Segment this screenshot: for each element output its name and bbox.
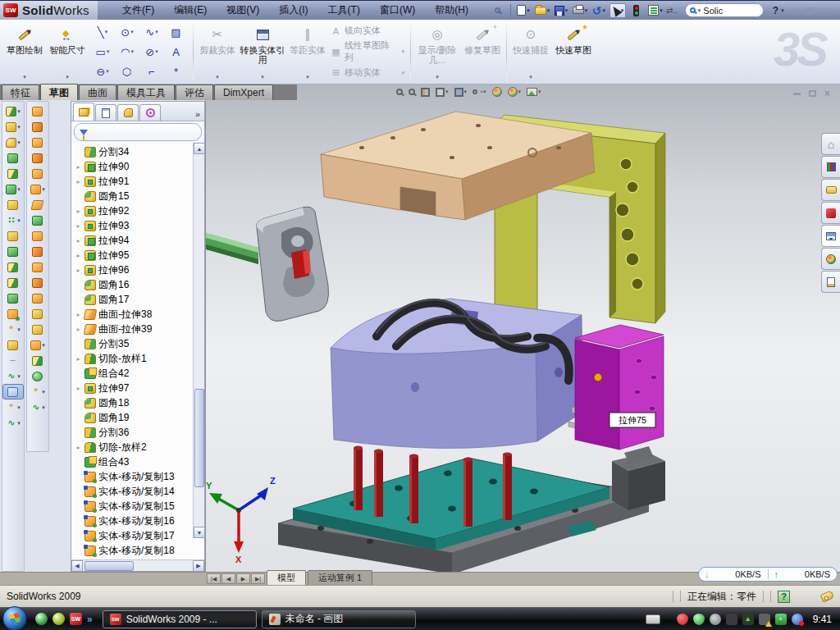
trim-entities-button[interactable]: ✂ 剪裁实体▾	[196, 21, 239, 82]
stack-tool-button[interactable]: A镜向实体	[329, 25, 408, 37]
feature-tree-item[interactable]: ▸ 拉伸96	[75, 262, 204, 277]
tab-dimxpert-manager[interactable]	[139, 104, 161, 121]
features-toolbar-button[interactable]	[2, 384, 24, 399]
next-tab-button[interactable]: ▶	[236, 573, 250, 584]
surfaces-toolbar-button[interactable]	[27, 353, 48, 368]
command-tab[interactable]: 草图	[40, 84, 78, 100]
surfaces-toolbar-button[interactable]	[27, 150, 48, 166]
sketch-entity-button[interactable]: ╲▾	[90, 22, 115, 42]
surfaces-toolbar-button[interactable]: ∿▾	[27, 399, 48, 415]
panel-overflow-chevron[interactable]: »	[193, 109, 203, 121]
tab-file-explorer[interactable]	[821, 179, 840, 201]
feature-tree-item[interactable]: ▸ 曲面-拉伸39	[75, 322, 204, 336]
features-toolbar-button[interactable]: ▾	[2, 181, 24, 197]
hide-show-items-button[interactable]: ▾	[472, 89, 486, 95]
close-button[interactable]: ×	[820, 6, 826, 16]
settings-tray-icon[interactable]	[710, 614, 721, 625]
feature-tree-item[interactable]: ▸ 拉伸94	[75, 233, 204, 248]
surfaces-toolbar-button[interactable]	[27, 166, 48, 181]
updater-tray-icon[interactable]: ▲	[742, 614, 754, 625]
feature-tree-item[interactable]: ▸ 拉伸93	[75, 218, 204, 233]
rapid-sketch-button[interactable]: ★ 快速草图	[552, 21, 595, 82]
features-toolbar-button[interactable]: *▾	[2, 399, 24, 415]
surfaces-toolbar-button[interactable]	[27, 368, 48, 384]
display-style-button[interactable]: ▾	[454, 88, 468, 97]
feature-tree-item[interactable]: ▸ 切除-放样1	[75, 351, 204, 366]
feature-tree-item[interactable]: 分割36	[75, 425, 204, 440]
sketch-entity-button[interactable]: ⊖▾	[90, 62, 115, 81]
sketch-button[interactable]: 草图绘制▾	[3, 21, 46, 82]
sketch-entity-button[interactable]: ⬡	[115, 62, 139, 81]
model-tan-plate[interactable]	[321, 112, 595, 220]
scroll-left-button[interactable]: ◀	[71, 560, 83, 572]
feature-tree-item[interactable]: 实体-移动/复制17	[75, 528, 204, 543]
taskbar-button-solidworks[interactable]: SW SolidWorks 2009 - ...	[103, 610, 257, 628]
tab-design-library[interactable]	[821, 156, 840, 178]
command-tab[interactable]: 特征	[2, 84, 39, 100]
options-button[interactable]: ▾	[647, 3, 664, 18]
doc-restore-button[interactable]	[809, 90, 816, 97]
surfaces-toolbar-button[interactable]	[27, 290, 48, 306]
surfaces-toolbar-button[interactable]: ▾	[27, 337, 48, 353]
expand-arrow-icon[interactable]: ▸	[75, 237, 82, 244]
tag-icon[interactable]	[820, 590, 835, 602]
help-button[interactable]: ?	[773, 5, 778, 16]
apply-scene-button[interactable]: ▾	[508, 87, 522, 97]
tab-solidworks-search[interactable]	[821, 202, 840, 224]
minimize-button[interactable]	[792, 9, 800, 11]
last-tab-button[interactable]: ▶|	[251, 573, 265, 584]
features-toolbar-button[interactable]	[2, 150, 24, 166]
undo-button[interactable]: ↺▾	[591, 3, 607, 18]
surfaces-toolbar-button[interactable]	[27, 197, 48, 212]
expand-arrow-icon[interactable]: ▸	[75, 163, 82, 171]
features-toolbar-button[interactable]: ∿▾	[2, 415, 24, 431]
features-toolbar-button[interactable]	[2, 290, 24, 306]
surfaces-toolbar-button[interactable]: ▾	[27, 181, 48, 197]
sketch-entity-button[interactable]: ▨	[164, 22, 189, 42]
first-tab-button[interactable]: |◀	[207, 573, 221, 584]
feature-tree-item[interactable]: 分割34	[75, 144, 204, 159]
features-toolbar-button[interactable]	[2, 337, 24, 353]
expand-arrow-icon[interactable]: ▸	[75, 326, 82, 333]
features-toolbar-button[interactable]: ╌	[2, 353, 24, 368]
search-dropdown-icon[interactable]: ▾	[698, 7, 701, 14]
feature-tree-item[interactable]: ▸ 拉伸90	[75, 159, 204, 174]
solidworks-quicklaunch-icon[interactable]: SW	[70, 613, 82, 625]
scroll-right-button[interactable]: ▶	[193, 560, 204, 572]
features-toolbar-button[interactable]: ∷▾	[2, 212, 24, 228]
feature-tree-item[interactable]: ▸ 拉伸95	[75, 248, 204, 262]
volume-tray-icon[interactable]	[726, 614, 737, 625]
feature-tree-item[interactable]: 组合42	[75, 366, 204, 381]
surfaces-toolbar-button[interactable]	[27, 306, 48, 322]
feature-tree-item[interactable]: 组合43	[75, 454, 204, 469]
keyboard-layout-icon[interactable]	[646, 614, 660, 624]
new-document-button[interactable]: ▾	[515, 3, 532, 18]
quick-launch-icon[interactable]	[52, 613, 65, 625]
surfaces-toolbar-button[interactable]: *▾	[27, 384, 48, 399]
tab-solidworks-resources[interactable]: ⌂	[821, 133, 840, 155]
tab-configuration-manager[interactable]	[117, 104, 139, 121]
menu-item[interactable]: 编辑(E)	[164, 1, 217, 20]
health-tray-icon[interactable]: +	[775, 614, 787, 625]
expand-arrow-icon[interactable]: ▸	[75, 385, 82, 392]
feature-tree-item[interactable]: 圆角15	[75, 189, 204, 203]
document-tab[interactable]: 运动算例 1	[308, 570, 372, 585]
select-button[interactable]: ▾	[609, 3, 626, 18]
features-toolbar-button[interactable]	[2, 244, 24, 259]
print-button[interactable]: ▾	[572, 3, 588, 18]
section-view-button[interactable]	[421, 88, 430, 97]
features-toolbar-button[interactable]	[2, 275, 24, 290]
expand-arrow-icon[interactable]: ▸	[75, 267, 82, 274]
features-toolbar-button[interactable]: ▾	[2, 119, 24, 135]
sketch-entity-button[interactable]: ▭▾	[90, 42, 115, 62]
antivirus-tray-icon[interactable]	[677, 614, 688, 625]
command-tab[interactable]: 评估	[176, 84, 213, 100]
model-magenta-block[interactable]	[575, 325, 664, 464]
surfaces-toolbar-button[interactable]	[27, 228, 48, 244]
stack-tool-button[interactable]: ▦线性草图阵列▾	[329, 39, 408, 64]
features-toolbar-button[interactable]	[2, 259, 24, 275]
features-toolbar-button[interactable]	[2, 166, 24, 181]
command-tab[interactable]: 模具工具	[117, 84, 175, 100]
quick-snaps-button[interactable]: ⊙ 快速捕捉▾	[509, 21, 552, 82]
menu-item[interactable]: 视图(V)	[217, 1, 269, 20]
